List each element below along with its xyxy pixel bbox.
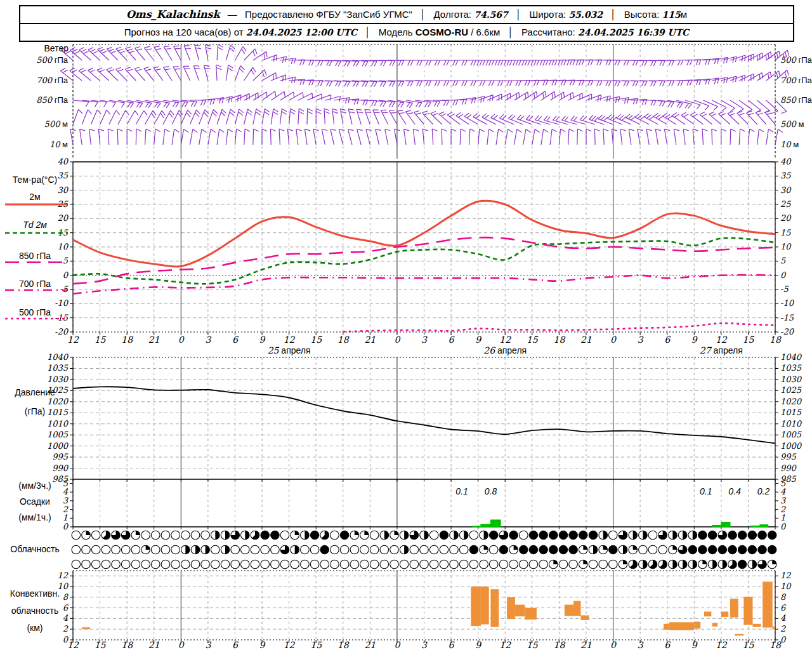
- svg-text:21: 21: [364, 640, 376, 650]
- svg-text:3: 3: [205, 335, 211, 345]
- svg-text:-5: -5: [780, 284, 789, 294]
- svg-text:1025: 1025: [780, 385, 802, 395]
- svg-text:1015: 1015: [780, 408, 802, 417]
- svg-text:0: 0: [178, 640, 185, 650]
- svg-text:10: 10: [57, 581, 69, 591]
- svg-text:6: 6: [232, 335, 239, 345]
- svg-text:30: 30: [780, 185, 792, 195]
- svg-text:21: 21: [580, 335, 592, 345]
- svg-text:4: 4: [780, 613, 786, 623]
- svg-text:1030: 1030: [780, 375, 802, 384]
- svg-text:-10: -10: [55, 298, 69, 308]
- svg-text:6: 6: [232, 640, 239, 650]
- svg-text:9: 9: [475, 640, 481, 650]
- svg-text:700 гПа: 700 гПа: [36, 76, 69, 85]
- svg-text:8: 8: [780, 592, 787, 602]
- svg-text:0: 0: [780, 270, 787, 280]
- meteogram-svg: 40403535303025252020151510105500-5-5-10-…: [0, 0, 812, 650]
- svg-text:0.4: 0.4: [728, 486, 741, 496]
- svg-text:995: 995: [52, 452, 69, 461]
- svg-text:500 гПа: 500 гПа: [780, 55, 812, 65]
- svg-text:12: 12: [67, 640, 79, 650]
- svg-text:3: 3: [205, 640, 211, 650]
- svg-text:9: 9: [691, 640, 698, 650]
- svg-text:9: 9: [691, 335, 698, 345]
- svg-text:1030: 1030: [47, 375, 69, 384]
- svg-text:995: 995: [780, 452, 797, 461]
- svg-text:12: 12: [499, 640, 511, 650]
- svg-text:0: 0: [780, 635, 787, 644]
- svg-text:15: 15: [95, 335, 107, 345]
- svg-text:25 апреля: 25 апреля: [268, 345, 311, 355]
- svg-text:0: 0: [780, 522, 787, 531]
- svg-text:15: 15: [527, 335, 539, 345]
- svg-text:10 м: 10 м: [780, 140, 799, 149]
- svg-text:500 м: 500 м: [44, 119, 68, 129]
- svg-text:500 гПа: 500 гПа: [36, 55, 69, 65]
- svg-text:0: 0: [610, 640, 617, 650]
- svg-text:6: 6: [449, 335, 455, 345]
- svg-text:990: 990: [52, 463, 69, 473]
- svg-text:0: 0: [610, 335, 617, 345]
- svg-text:5: 5: [63, 256, 69, 265]
- svg-text:30: 30: [57, 185, 69, 195]
- svg-text:3: 3: [421, 335, 428, 345]
- svg-text:40: 40: [780, 157, 792, 166]
- svg-text:12: 12: [716, 335, 728, 345]
- svg-text:12: 12: [57, 571, 68, 580]
- svg-text:9: 9: [475, 335, 481, 345]
- svg-text:12: 12: [284, 640, 296, 650]
- svg-text:-5: -5: [60, 284, 68, 294]
- svg-text:15: 15: [743, 640, 755, 650]
- svg-text:15: 15: [527, 640, 539, 650]
- svg-text:2: 2: [780, 624, 786, 633]
- svg-text:6: 6: [449, 640, 455, 650]
- svg-text:-15: -15: [55, 313, 69, 322]
- svg-text:1040: 1040: [780, 352, 802, 362]
- svg-text:15: 15: [310, 335, 322, 345]
- svg-text:4: 4: [63, 613, 69, 623]
- svg-text:0.1: 0.1: [700, 486, 712, 496]
- svg-text:6: 6: [780, 603, 787, 613]
- svg-text:18: 18: [553, 640, 565, 650]
- svg-text:9: 9: [259, 335, 266, 345]
- svg-text:-10: -10: [780, 298, 795, 308]
- svg-text:500 м: 500 м: [780, 119, 804, 129]
- svg-text:1005: 1005: [47, 430, 69, 439]
- svg-text:18: 18: [553, 335, 565, 345]
- svg-text:21: 21: [364, 335, 376, 345]
- svg-text:1010: 1010: [47, 419, 69, 428]
- svg-text:990: 990: [780, 463, 797, 473]
- svg-text:20: 20: [57, 213, 69, 223]
- svg-text:21: 21: [580, 640, 592, 650]
- svg-text:-20: -20: [780, 327, 795, 336]
- svg-text:1000: 1000: [47, 441, 69, 451]
- svg-text:0: 0: [394, 640, 400, 650]
- svg-text:1010: 1010: [780, 419, 802, 428]
- svg-text:0: 0: [63, 270, 69, 280]
- svg-text:12: 12: [284, 335, 296, 345]
- svg-text:10 м: 10 м: [49, 140, 68, 149]
- svg-text:700 гПа: 700 гПа: [780, 76, 812, 85]
- meteogram-page: Oms_Kalachinsk — Предоставлено ФГБУ "Зап…: [0, 0, 812, 650]
- svg-text:850 гПа: 850 гПа: [36, 95, 69, 105]
- svg-text:6: 6: [664, 640, 671, 650]
- svg-text:18: 18: [337, 640, 350, 650]
- svg-text:10: 10: [780, 581, 792, 591]
- svg-text:0: 0: [63, 522, 69, 531]
- svg-text:850 гПа: 850 гПа: [780, 95, 812, 105]
- svg-text:9: 9: [259, 640, 266, 650]
- svg-text:12: 12: [780, 571, 791, 580]
- svg-text:1020: 1020: [780, 397, 802, 406]
- svg-text:12: 12: [67, 335, 79, 345]
- svg-text:3: 3: [421, 640, 428, 650]
- svg-text:18: 18: [769, 640, 782, 650]
- svg-text:15: 15: [780, 228, 791, 237]
- svg-text:18: 18: [121, 335, 133, 345]
- svg-text:15: 15: [743, 335, 755, 345]
- svg-text:0: 0: [394, 335, 400, 345]
- svg-text:21: 21: [148, 640, 160, 650]
- svg-text:10: 10: [57, 242, 69, 251]
- svg-text:0.8: 0.8: [485, 486, 497, 496]
- svg-text:18: 18: [121, 640, 133, 650]
